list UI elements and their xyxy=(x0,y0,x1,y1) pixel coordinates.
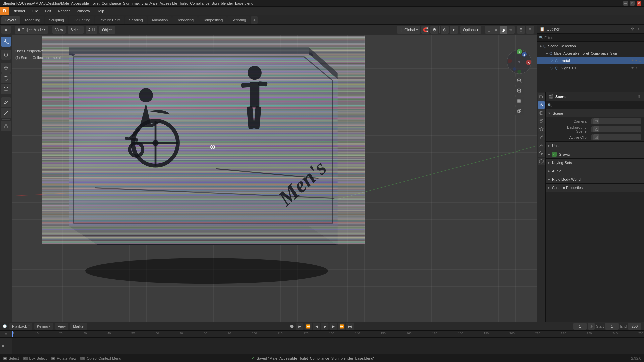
add-workspace-btn[interactable]: + xyxy=(251,16,258,24)
zoom-out-btn[interactable] xyxy=(515,86,524,95)
minimize-btn[interactable]: — xyxy=(623,1,628,6)
props-constraints-icon-btn[interactable] xyxy=(538,149,545,157)
mode-selector-btn[interactable]: ◼ xyxy=(1,26,11,34)
view-menu-btn-tl[interactable]: View xyxy=(55,323,68,330)
tab-shading[interactable]: Shading xyxy=(125,16,147,24)
frame-fps-btn[interactable]: ◷ xyxy=(588,323,595,330)
marker-menu-btn[interactable]: Marker xyxy=(70,323,87,330)
render-mode-btn[interactable]: ☀ xyxy=(507,26,515,34)
props-units-header[interactable]: ▶ Units xyxy=(546,142,644,150)
menu-help[interactable]: Help xyxy=(93,7,108,15)
rotate-tool[interactable] xyxy=(1,73,11,83)
tab-layout[interactable]: Layout xyxy=(1,16,20,24)
snap-toggle-btn[interactable]: 🧲 xyxy=(421,26,429,34)
props-render-icon[interactable] xyxy=(538,93,545,101)
jump-end-btn[interactable]: ⏭ xyxy=(346,323,354,330)
show-overlays-btn[interactable]: ⊟ xyxy=(517,26,525,34)
add-tool[interactable] xyxy=(1,121,11,131)
tab-uv-editing[interactable]: UV Editing xyxy=(69,16,94,24)
gravity-checkbox[interactable]: ✓ xyxy=(552,152,557,157)
tab-animation[interactable]: Animation xyxy=(148,16,172,24)
current-frame-input[interactable]: 1 xyxy=(573,323,587,330)
toggle-perspective-btn[interactable] xyxy=(515,107,524,115)
viewport[interactable]: ◼ Object Mode ▾ View Select Add Object ⊹… xyxy=(12,25,537,328)
navigation-gizmo[interactable]: Y X Z xyxy=(506,48,533,75)
tab-sculpting[interactable]: Sculpting xyxy=(45,16,68,24)
timeline-keyframe-area[interactable]: ◼ xyxy=(0,338,644,354)
maximize-btn[interactable]: □ xyxy=(630,1,635,6)
start-frame-input[interactable]: 1 xyxy=(605,323,619,330)
frame-marks-area[interactable]: 1 10 20 30 40 50 60 70 80 90 100 110 120… xyxy=(12,331,644,337)
tab-modeling[interactable]: Modeling xyxy=(21,16,44,24)
menu-blender[interactable]: Blender xyxy=(9,7,29,15)
props-modifiers-icon-btn[interactable] xyxy=(538,125,545,133)
material-mode-btn[interactable]: ◑ xyxy=(500,26,507,34)
hide-icon-2[interactable]: ⬡ xyxy=(639,66,641,70)
transform-orientation-btn[interactable]: ⊹ Global ▾ xyxy=(397,26,420,34)
keying-menu-btn[interactable]: Keying ▾ xyxy=(34,323,53,330)
close-btn[interactable]: ✕ xyxy=(637,1,641,6)
props-physics-icon-btn[interactable] xyxy=(538,141,545,149)
scale-tool[interactable] xyxy=(1,84,11,94)
snap-settings-btn[interactable]: ⚙ xyxy=(430,26,438,34)
view-menu-btn[interactable]: View xyxy=(52,26,66,34)
step-forward-btn[interactable]: ▶ xyxy=(330,323,337,330)
move-tool[interactable] xyxy=(1,63,11,73)
menu-window[interactable]: Window xyxy=(73,7,93,15)
props-data-icon-btn[interactable] xyxy=(538,158,545,165)
add-menu-btn[interactable]: Add xyxy=(86,26,98,34)
outliner-item-metal[interactable]: ▽ ⬡ metal 👁 ✦ ⬡ xyxy=(537,57,644,64)
object-menu-btn[interactable]: Object xyxy=(99,26,115,34)
play-btn[interactable]: ▶ xyxy=(321,323,329,330)
annotate-tool[interactable] xyxy=(1,97,11,107)
viewport-3d[interactable]: Men's User Perspective (1) Scene Collect… xyxy=(12,35,537,328)
camera-picker-btn[interactable] xyxy=(593,118,599,124)
bg-scene-value[interactable] xyxy=(591,126,641,132)
step-back-btn[interactable]: ◀ xyxy=(313,323,320,330)
playback-menu-btn[interactable]: Playback ▾ xyxy=(9,323,32,330)
jump-next-keyframe-btn[interactable]: ⏩ xyxy=(338,323,345,330)
measure-tool[interactable] xyxy=(1,108,11,118)
zoom-in-btn[interactable] xyxy=(515,76,524,85)
eye-icon[interactable]: 👁 xyxy=(631,59,634,62)
outliner-filter-btn[interactable]: ⚙ xyxy=(630,26,635,32)
select-icon-2[interactable]: ✦ xyxy=(635,66,638,70)
props-settings-btn[interactable]: ⚙ xyxy=(636,94,641,99)
menu-render[interactable]: Render xyxy=(55,7,73,15)
props-scene-section-header[interactable]: ▼ Scene xyxy=(546,109,644,117)
camera-view-btn[interactable] xyxy=(515,97,524,105)
props-rigid-body-header[interactable]: ▶ Rigid Body World xyxy=(546,175,644,183)
props-gravity-header[interactable]: ▶ ✓ Gravity xyxy=(546,150,644,158)
bg-scene-picker-btn[interactable] xyxy=(593,126,599,132)
active-clip-picker-btn[interactable] xyxy=(593,134,599,140)
tab-compositing[interactable]: Compositing xyxy=(198,16,227,24)
camera-value[interactable] xyxy=(591,118,641,124)
outliner-item-signs[interactable]: ▽ ⬡ Signs_01 👁 ✦ ⬡ xyxy=(537,64,644,72)
object-mode-btn[interactable]: ◼ Object Mode ▾ xyxy=(15,26,48,34)
end-frame-input[interactable]: 250 xyxy=(628,323,641,330)
jump-prev-keyframe-btn[interactable]: ⏪ xyxy=(305,323,312,330)
outliner-toggle-btn[interactable]: ↕ xyxy=(636,26,641,32)
select-box-tool[interactable] xyxy=(1,37,11,47)
props-keying-header[interactable]: ▶ Keying Sets xyxy=(546,159,644,167)
active-clip-value[interactable] xyxy=(591,134,641,140)
timeline-scrubber[interactable]: ⊕ 1 10 20 30 40 50 60 70 80 90 100 xyxy=(0,331,644,338)
props-custom-header[interactable]: ▶ Custom Properties xyxy=(546,184,644,192)
props-scene-icon-btn[interactable] xyxy=(538,101,545,109)
select-menu-btn[interactable]: Select xyxy=(68,26,84,34)
hide-icon[interactable]: ⬡ xyxy=(639,59,641,62)
props-world-icon-btn[interactable] xyxy=(538,109,545,117)
props-search-input[interactable] xyxy=(553,103,642,107)
props-audio-header[interactable]: ▶ Audio xyxy=(546,167,644,175)
cursor-tool[interactable] xyxy=(1,50,11,60)
outliner-search-input[interactable] xyxy=(544,36,642,40)
show-gizmos-btn[interactable]: ⊕ xyxy=(526,26,534,34)
props-object-icon-btn[interactable] xyxy=(538,117,545,125)
eye-icon-2[interactable]: 👁 xyxy=(631,66,634,70)
solid-mode-btn[interactable]: ● xyxy=(492,26,500,34)
options-btn[interactable]: Options ▾ xyxy=(460,26,481,34)
tab-scripting[interactable]: Scripting xyxy=(227,16,250,24)
proportional-edit-btn[interactable]: ⊙ xyxy=(441,26,449,34)
tab-rendering[interactable]: Rendering xyxy=(172,16,198,24)
jump-start-btn[interactable]: ⏮ xyxy=(296,323,304,330)
